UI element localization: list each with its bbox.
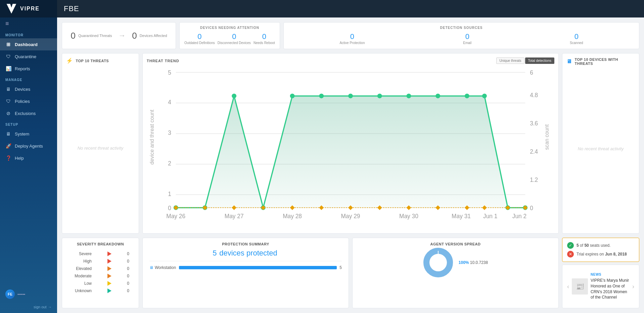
svg-text:May 27: May 27 [225,213,244,220]
svg-text:May 26: May 26 [166,213,185,220]
active-protection-item: 0 Active Protection [339,32,365,45]
trial-text: Trial expires on Jun 8, 2018 [577,252,627,257]
monitor-icon: 🖥 [566,58,572,65]
svg-text:Jun 1: Jun 1 [483,213,497,220]
avatar: FE [5,289,15,299]
disconnected-devices-item: 0 Disconnected Devices [218,32,251,45]
sidebar-label-devices: Devices [15,87,30,92]
sidebar-item-deploy-agents[interactable]: 🚀 Deploy Agents [0,140,57,152]
quarantine-threats-label: Quarantined Threats [78,33,112,38]
agent-version-info: 100% 10.0.7238 [459,260,488,265]
workstation-bar-row: 🖥 Workstation 5 [147,264,344,271]
threat-trend-card: THREAT TREND Unique threats Total detect… [142,53,559,234]
sidebar-item-reports[interactable]: 📊 Reports [0,63,57,75]
svg-text:3.6: 3.6 [530,120,538,127]
svg-text:May 30: May 30 [399,213,418,220]
page-title: FBE [64,4,79,13]
devices-needing-attention-header: DEVICES NEEDING ATTENTION [180,24,280,30]
workstation-text: Workstation [155,265,176,270]
devices-card-title: 🖥 TOP 10 DEVICES WITH THREATS [566,57,635,66]
sidebar-item-policies[interactable]: 🛡 Policies [0,95,57,107]
donut-wrap: 100% 10.0.7238 [423,247,488,278]
sidebar-label-deploy-agents: Deploy Agents [15,144,43,149]
sign-out-icon: → [48,305,52,309]
threats-no-activity: No recent threat activity [66,67,135,229]
unknown-count: 0 [127,288,129,293]
unique-threats-button[interactable]: Unique threats [496,57,524,64]
moderate-count: 0 [127,274,129,278]
disconnected-label: Disconnected Devices [218,41,251,45]
right-col: ✓ 5 of 50 seats used. ✕ Trial expires on [562,238,639,308]
svg-point-26 [319,93,324,98]
svg-text:2.4: 2.4 [530,148,538,155]
svg-text:0: 0 [168,205,171,211]
seats-row: ✓ 5 of 50 seats used. [567,242,634,249]
news-image: 📰 [572,278,588,295]
scanned-item: 0 Scanned [570,32,583,45]
scanned-label: Scanned [570,41,583,45]
chart-area: 0 1 2 3 4 5 0 1.2 2.4 3.6 4.8 6 [147,67,554,231]
news-prev-button[interactable]: ‹ [567,283,569,290]
dashboard-icon: ⊞ [5,41,11,47]
sidebar-item-dashboard[interactable]: ⊞ Dashboard [0,38,57,50]
reports-icon: 📊 [5,66,11,72]
svg-point-59 [432,257,444,269]
lightning-icon: ⚡ [66,57,73,64]
svg-text:May 29: May 29 [341,213,360,220]
svg-text:4: 4 [168,99,171,106]
svg-marker-0 [7,4,16,14]
sign-out-link[interactable]: sign out [34,305,47,309]
threat-trend-chart: 0 1 2 3 4 5 0 1.2 2.4 3.6 4.8 6 [147,67,554,231]
sidebar-label-quarantine: Quarantine [15,54,36,59]
protection-agent-col: PROTECTION SUMMARY 5 devices protected 🖥… [142,238,559,308]
sidebar-label-exclusions: Exclusions [15,111,36,116]
elevated-count: 0 [127,266,129,271]
protection-summary-card: PROTECTION SUMMARY 5 devices protected 🖥… [142,238,349,308]
severity-row-moderate: Moderate 0 [66,272,135,280]
username-text: •••••• [17,292,25,296]
threats-title-text: TOP 10 THREATS [76,59,109,63]
high-label: High [72,259,92,264]
devices-no-activity: No recent threat activity [566,68,635,229]
svg-text:6: 6 [530,69,533,76]
hamburger-button[interactable]: ≡ [0,17,57,30]
top-row: 0 Quarantined Threats → 0 Devices Affect… [62,22,639,49]
total-detections-button[interactable]: Total detections [525,57,555,64]
sidebar-item-quarantine[interactable]: 🛡 Quarantine [0,50,57,63]
sidebar-item-exclusions[interactable]: ⊘ Exclusions [0,107,57,119]
sidebar-item-system[interactable]: 🖥 System [0,128,57,140]
svg-point-25 [290,93,295,98]
seats-used: 5 [577,243,579,248]
detection-sources-card: DETECTION SOURCES 0 Active Protection 0 … [283,22,639,49]
quarantine-icon: 🛡 [5,53,11,60]
severity-row-low: Low 0 [66,280,135,287]
sidebar-section-monitor: MONITOR ⊞ Dashboard 🛡 Quarantine 📊 Repor… [0,30,57,75]
severity-row-high: High 0 [66,258,135,265]
logo: VIPRE [0,0,57,17]
section-label-monitor: MONITOR [0,30,57,38]
arrow-icon: → [118,31,126,40]
sidebar-label-dashboard: Dashboard [15,42,38,47]
section-label-manage: MANAGE [0,75,57,83]
workstation-label: 🖥 Workstation [149,265,176,270]
agent-version-pct: 100% 10.0.7238 [459,260,488,265]
devices-affected-label: Devices Affected [140,33,167,38]
devices-title-text: TOP 10 DEVICES WITH THREATS [575,57,635,66]
sidebar-item-devices[interactable]: 🖥 Devices [0,83,57,95]
news-next-button[interactable]: › [632,283,634,290]
elevated-indicator [107,266,111,271]
sidebar: VIPRE ≡ MONITOR ⊞ Dashboard 🛡 Quarantine… [0,0,57,313]
trend-header: THREAT TREND Unique threats Total detect… [147,57,554,64]
main-content: FBE 0 Quarantined Threats → 0 Devices Af… [57,0,644,313]
workstation-icon: 🖥 [149,265,153,270]
agent-version-card: AGENT VERSION SPREAD 100% 10.0.7238 [352,238,559,308]
reboot-count: 0 [254,32,275,41]
donut-chart [423,247,453,278]
sidebar-item-help[interactable]: ❓ Help [0,152,57,164]
severe-count: 0 [127,251,129,256]
svg-text:May 28: May 28 [283,213,302,220]
top10-threats-card: ⚡ TOP 10 THREATS No recent threat activi… [62,53,139,234]
trial-row: ✕ Trial expires on Jun 8, 2018 [567,251,634,258]
svg-text:3: 3 [168,129,171,136]
sidebar-bottom: FE •••••• [0,286,57,302]
